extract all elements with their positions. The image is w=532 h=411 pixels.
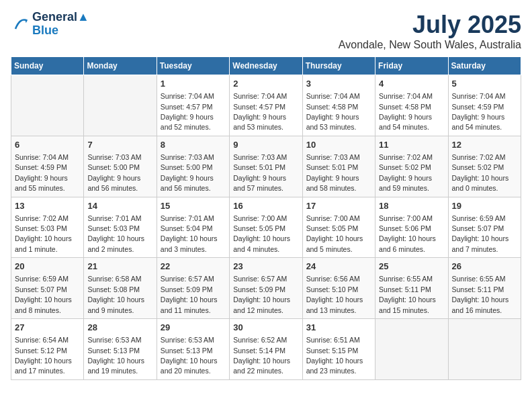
day-info: Sunrise: 7:04 AMSunset: 4:59 PMDaylight:… bbox=[15, 153, 69, 192]
calendar-cell: 22 Sunrise: 6:57 AMSunset: 5:09 PMDaylig… bbox=[157, 258, 229, 319]
day-number: 11 bbox=[379, 139, 444, 151]
day-number: 8 bbox=[161, 139, 226, 151]
day-info: Sunrise: 7:01 AMSunset: 5:03 PMDaylight:… bbox=[87, 214, 144, 253]
day-number: 17 bbox=[306, 200, 371, 212]
calendar-cell: 2 Sunrise: 7:04 AMSunset: 4:57 PMDayligh… bbox=[230, 75, 302, 136]
calendar-cell: 24 Sunrise: 6:56 AMSunset: 5:10 PMDaylig… bbox=[302, 258, 375, 319]
day-info: Sunrise: 7:04 AMSunset: 4:58 PMDaylight:… bbox=[306, 92, 360, 131]
day-number: 25 bbox=[379, 261, 444, 273]
calendar-cell: 3 Sunrise: 7:04 AMSunset: 4:58 PMDayligh… bbox=[302, 75, 375, 136]
day-info: Sunrise: 7:02 AMSunset: 5:02 PMDaylight:… bbox=[379, 153, 433, 192]
calendar-cell: 12 Sunrise: 7:02 AMSunset: 5:02 PMDaylig… bbox=[448, 136, 521, 197]
day-number: 27 bbox=[15, 322, 80, 334]
calendar-cell: 28 Sunrise: 6:53 AMSunset: 5:13 PMDaylig… bbox=[84, 319, 157, 380]
calendar-cell: 30 Sunrise: 6:52 AMSunset: 5:14 PMDaylig… bbox=[230, 319, 302, 380]
day-number: 24 bbox=[306, 261, 371, 273]
day-number: 3 bbox=[306, 78, 371, 90]
calendar-cell bbox=[84, 75, 157, 136]
title-area: July 2025 Avondale, New South Wales, Aus… bbox=[339, 11, 521, 51]
weekday-header-friday: Friday bbox=[375, 57, 448, 75]
day-number: 12 bbox=[452, 139, 517, 151]
day-info: Sunrise: 6:56 AMSunset: 5:10 PMDaylight:… bbox=[306, 275, 363, 314]
calendar-cell: 15 Sunrise: 7:01 AMSunset: 5:04 PMDaylig… bbox=[157, 197, 229, 258]
day-number: 31 bbox=[306, 322, 371, 334]
calendar-week-row: 13 Sunrise: 7:02 AMSunset: 5:03 PMDaylig… bbox=[11, 197, 521, 258]
day-info: Sunrise: 7:00 AMSunset: 5:05 PMDaylight:… bbox=[233, 214, 290, 253]
calendar-week-row: 20 Sunrise: 6:59 AMSunset: 5:07 PMDaylig… bbox=[11, 258, 521, 319]
calendar-cell: 9 Sunrise: 7:03 AMSunset: 5:01 PMDayligh… bbox=[230, 136, 302, 197]
day-number: 19 bbox=[452, 200, 517, 212]
day-info: Sunrise: 6:53 AMSunset: 5:13 PMDaylight:… bbox=[87, 336, 144, 375]
day-number: 26 bbox=[452, 261, 517, 273]
calendar-week-row: 1 Sunrise: 7:04 AMSunset: 4:57 PMDayligh… bbox=[11, 75, 521, 136]
calendar-table: SundayMondayTuesdayWednesdayThursdayFrid… bbox=[11, 56, 521, 380]
day-info: Sunrise: 6:59 AMSunset: 5:07 PMDaylight:… bbox=[15, 275, 72, 314]
calendar-cell: 14 Sunrise: 7:01 AMSunset: 5:03 PMDaylig… bbox=[84, 197, 157, 258]
calendar-cell: 21 Sunrise: 6:58 AMSunset: 5:08 PMDaylig… bbox=[84, 258, 157, 319]
day-number: 20 bbox=[15, 261, 80, 273]
day-number: 30 bbox=[233, 322, 298, 334]
logo: General▲ Blue bbox=[11, 11, 89, 38]
logo-icon bbox=[11, 15, 30, 34]
day-number: 22 bbox=[161, 261, 226, 273]
calendar-cell: 5 Sunrise: 7:04 AMSunset: 4:59 PMDayligh… bbox=[448, 75, 521, 136]
calendar-cell: 7 Sunrise: 7:03 AMSunset: 5:00 PMDayligh… bbox=[84, 136, 157, 197]
day-number: 6 bbox=[15, 139, 80, 151]
calendar-cell: 13 Sunrise: 7:02 AMSunset: 5:03 PMDaylig… bbox=[11, 197, 84, 258]
day-number: 29 bbox=[161, 322, 226, 334]
day-info: Sunrise: 7:01 AMSunset: 5:04 PMDaylight:… bbox=[161, 214, 218, 253]
day-info: Sunrise: 6:55 AMSunset: 5:11 PMDaylight:… bbox=[379, 275, 436, 314]
calendar-cell: 8 Sunrise: 7:03 AMSunset: 5:00 PMDayligh… bbox=[157, 136, 229, 197]
day-info: Sunrise: 7:03 AMSunset: 5:01 PMDaylight:… bbox=[306, 153, 360, 192]
month-year: July 2025 bbox=[339, 11, 521, 39]
calendar-cell: 19 Sunrise: 6:59 AMSunset: 5:07 PMDaylig… bbox=[448, 197, 521, 258]
day-info: Sunrise: 6:53 AMSunset: 5:13 PMDaylight:… bbox=[161, 336, 218, 375]
day-number: 14 bbox=[87, 200, 152, 212]
day-number: 7 bbox=[87, 139, 152, 151]
calendar-cell bbox=[448, 319, 521, 380]
calendar-cell: 18 Sunrise: 7:00 AMSunset: 5:06 PMDaylig… bbox=[375, 197, 448, 258]
day-info: Sunrise: 7:02 AMSunset: 5:03 PMDaylight:… bbox=[15, 214, 72, 253]
weekday-header-tuesday: Tuesday bbox=[157, 57, 229, 75]
day-info: Sunrise: 7:00 AMSunset: 5:06 PMDaylight:… bbox=[379, 214, 436, 253]
day-info: Sunrise: 7:02 AMSunset: 5:02 PMDaylight:… bbox=[452, 153, 509, 192]
day-info: Sunrise: 6:57 AMSunset: 5:09 PMDaylight:… bbox=[161, 275, 218, 314]
day-info: Sunrise: 7:03 AMSunset: 5:01 PMDaylight:… bbox=[233, 153, 287, 192]
calendar-cell: 4 Sunrise: 7:04 AMSunset: 4:58 PMDayligh… bbox=[375, 75, 448, 136]
weekday-header-thursday: Thursday bbox=[302, 57, 375, 75]
day-info: Sunrise: 6:54 AMSunset: 5:12 PMDaylight:… bbox=[15, 336, 72, 375]
day-info: Sunrise: 6:58 AMSunset: 5:08 PMDaylight:… bbox=[87, 275, 144, 314]
logo-text: General▲ Blue bbox=[32, 11, 89, 38]
day-number: 15 bbox=[161, 200, 226, 212]
calendar-week-row: 27 Sunrise: 6:54 AMSunset: 5:12 PMDaylig… bbox=[11, 319, 521, 380]
day-number: 28 bbox=[87, 322, 152, 334]
calendar-cell: 1 Sunrise: 7:04 AMSunset: 4:57 PMDayligh… bbox=[157, 75, 229, 136]
day-info: Sunrise: 7:04 AMSunset: 4:59 PMDaylight:… bbox=[452, 92, 506, 131]
day-info: Sunrise: 7:03 AMSunset: 5:00 PMDaylight:… bbox=[161, 153, 214, 192]
calendar-cell bbox=[11, 75, 84, 136]
calendar-cell: 16 Sunrise: 7:00 AMSunset: 5:05 PMDaylig… bbox=[230, 197, 302, 258]
weekday-header-sunday: Sunday bbox=[11, 57, 84, 75]
weekday-header-row: SundayMondayTuesdayWednesdayThursdayFrid… bbox=[11, 57, 521, 75]
header: General▲ Blue July 2025 Avondale, New So… bbox=[11, 11, 521, 51]
calendar-cell: 26 Sunrise: 6:55 AMSunset: 5:11 PMDaylig… bbox=[448, 258, 521, 319]
day-number: 10 bbox=[306, 139, 371, 151]
day-info: Sunrise: 7:03 AMSunset: 5:00 PMDaylight:… bbox=[87, 153, 141, 192]
weekday-header-monday: Monday bbox=[84, 57, 157, 75]
day-number: 4 bbox=[379, 78, 444, 90]
day-number: 2 bbox=[233, 78, 298, 90]
calendar-cell: 31 Sunrise: 6:51 AMSunset: 5:15 PMDaylig… bbox=[302, 319, 375, 380]
calendar-cell: 27 Sunrise: 6:54 AMSunset: 5:12 PMDaylig… bbox=[11, 319, 84, 380]
day-info: Sunrise: 7:04 AMSunset: 4:58 PMDaylight:… bbox=[379, 92, 433, 131]
day-info: Sunrise: 6:55 AMSunset: 5:11 PMDaylight:… bbox=[452, 275, 509, 314]
calendar-week-row: 6 Sunrise: 7:04 AMSunset: 4:59 PMDayligh… bbox=[11, 136, 521, 197]
day-number: 13 bbox=[15, 200, 80, 212]
day-number: 18 bbox=[379, 200, 444, 212]
day-info: Sunrise: 7:04 AMSunset: 4:57 PMDaylight:… bbox=[233, 92, 287, 131]
weekday-header-wednesday: Wednesday bbox=[230, 57, 302, 75]
day-number: 1 bbox=[161, 78, 226, 90]
day-number: 23 bbox=[233, 261, 298, 273]
calendar-cell: 10 Sunrise: 7:03 AMSunset: 5:01 PMDaylig… bbox=[302, 136, 375, 197]
day-info: Sunrise: 6:52 AMSunset: 5:14 PMDaylight:… bbox=[233, 336, 290, 375]
calendar-cell: 11 Sunrise: 7:02 AMSunset: 5:02 PMDaylig… bbox=[375, 136, 448, 197]
